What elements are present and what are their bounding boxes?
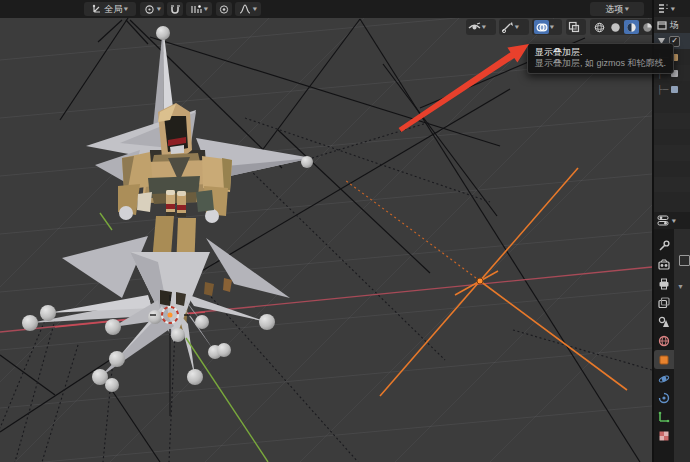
properties-header: ▾ — [654, 212, 690, 229]
outliner-empty-rows — [654, 97, 690, 192]
object-visibility-dropdown[interactable]: ▾ — [466, 19, 496, 35]
material-icon — [658, 430, 670, 442]
tab-output[interactable] — [654, 274, 674, 293]
options-dropdown[interactable]: 选项 ▾ — [590, 2, 644, 16]
outliner-item-row[interactable]: ├─ — [654, 81, 690, 97]
shading-solid-button[interactable] — [608, 20, 623, 34]
gizmo-icon — [501, 21, 514, 33]
material-preview-sphere-icon — [626, 22, 637, 33]
show-gizmo-dropdown[interactable]: ▾ — [499, 19, 529, 35]
tab-world[interactable] — [654, 331, 674, 350]
properties-content: ▼ — [674, 229, 690, 462]
tool-icon — [658, 240, 670, 252]
chevron-down-icon: ▾ — [515, 22, 519, 32]
properties-editor: ▾ — [654, 212, 690, 462]
axis-line-green-back — [100, 213, 112, 230]
transform-section-icon — [679, 255, 690, 266]
shading-material-preview-button[interactable] — [624, 20, 639, 34]
tab-view-layer[interactable] — [654, 293, 674, 312]
proportional-falloff-dropdown[interactable]: ▾ — [235, 2, 261, 16]
solid-sphere-icon — [610, 22, 621, 33]
bone-relation-dotted-lines — [0, 118, 652, 462]
output-printer-icon — [658, 278, 670, 290]
outliner-editor-icon[interactable] — [657, 3, 669, 14]
physics-icon — [658, 373, 670, 385]
snap-increment-icon — [190, 4, 202, 15]
render-icon — [658, 259, 670, 271]
chevron-down-icon: ▾ — [204, 4, 208, 14]
tab-tool[interactable] — [654, 236, 674, 255]
outliner-scene-row[interactable]: 场 — [654, 17, 690, 33]
tree-connector: ├─ — [657, 85, 668, 94]
tab-object[interactable] — [654, 350, 674, 369]
world-icon — [658, 335, 670, 347]
overlays-icon — [536, 22, 548, 33]
wireframe-sphere-icon — [594, 22, 605, 33]
chevron-down-icon: ▾ — [625, 4, 629, 14]
toggle-xray-button[interactable] — [566, 19, 586, 35]
chevron-down-icon[interactable]: ▾ — [671, 4, 675, 14]
chevron-down-icon: ▾ — [124, 4, 128, 14]
tab-material[interactable] — [654, 426, 674, 445]
outliner-header: ▾ — [654, 0, 690, 17]
tooltip-title: 显示叠加层. — [535, 47, 666, 58]
transform-orientation-dropdown[interactable]: 全局 ▾ — [84, 2, 136, 16]
filter-icon[interactable]: ▼ — [677, 283, 684, 290]
bone-origin-dot — [477, 278, 483, 284]
falloff-curve-icon — [239, 4, 251, 14]
chevron-down-icon: ▾ — [482, 22, 486, 32]
show-overlays-group: ▾ — [532, 19, 562, 35]
show-overlays-toggle[interactable] — [534, 20, 549, 34]
orientation-axes-icon — [92, 4, 102, 14]
tab-physics[interactable] — [654, 369, 674, 388]
orientation-label: 全局 — [104, 2, 122, 16]
blender-window: 全局 ▾ ▾ ▾ — [0, 0, 690, 462]
object-item-icon — [671, 86, 678, 93]
chevron-down-icon: ▾ — [253, 4, 257, 14]
eye-icon — [468, 22, 481, 33]
options-label: 选项 — [605, 2, 623, 16]
snap-target-dropdown[interactable]: ▾ — [186, 2, 212, 16]
view-layer-icon — [658, 297, 670, 309]
xray-icon — [568, 21, 580, 33]
chevron-down-icon: ▾ — [156, 4, 160, 14]
object-data-icon — [658, 411, 670, 423]
pivot-point-icon — [144, 4, 155, 15]
chevron-down-icon[interactable]: ▾ — [672, 216, 676, 226]
shading-wireframe-button[interactable] — [592, 20, 607, 34]
object-properties-icon — [658, 354, 670, 366]
chevron-down-icon: ▾ — [550, 22, 554, 32]
tab-object-data[interactable] — [654, 407, 674, 426]
proportional-editing-toggle[interactable] — [216, 2, 232, 16]
tab-constraints[interactable] — [654, 388, 674, 407]
snap-toggle-button[interactable] — [167, 2, 183, 16]
properties-editor-icon[interactable] — [657, 215, 670, 226]
properties-tab-strip — [654, 229, 674, 462]
tab-render[interactable] — [654, 255, 674, 274]
tooltip-subtitle: 显示叠加层, 如 gizmos 和轮廓线. — [535, 58, 666, 69]
tab-scene[interactable] — [654, 312, 674, 331]
pivot-point-dropdown[interactable]: ▾ — [140, 2, 164, 16]
proportional-editing-icon — [219, 4, 229, 15]
magnet-icon — [170, 4, 180, 15]
axis-line-green — [186, 338, 268, 462]
scene-collection-icon — [657, 20, 667, 30]
viewport-header: 全局 ▾ ▾ ▾ — [0, 0, 652, 18]
scene-icon — [658, 316, 670, 328]
scene-label: 场 — [670, 19, 679, 32]
overlays-tooltip: 显示叠加层. 显示叠加层, 如 gizmos 和轮廓线. — [527, 43, 674, 74]
constraints-icon — [658, 392, 670, 404]
